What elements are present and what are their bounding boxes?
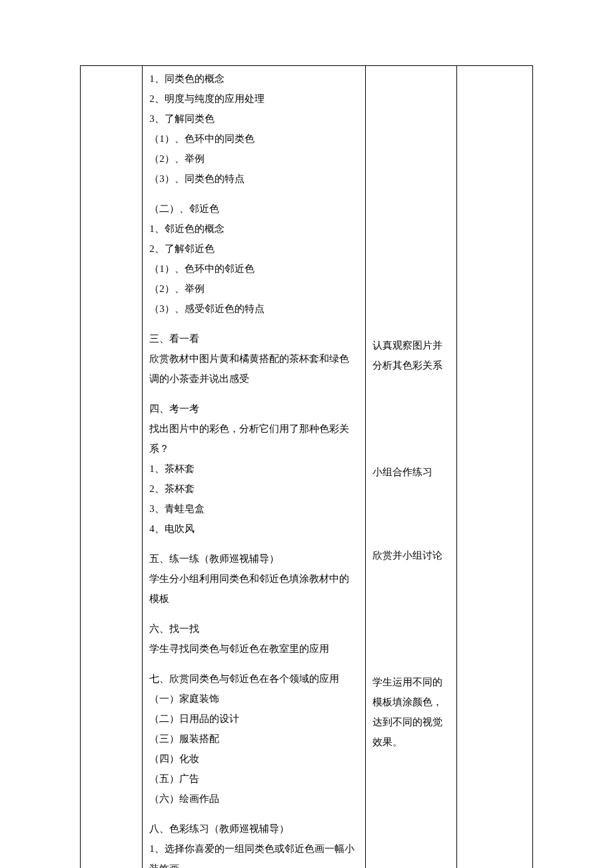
section-7-item: （一）家庭装饰 [149, 689, 358, 709]
section-1-item: 2、明度与纯度的应用处理 [149, 89, 358, 109]
section-5-heading: 五、练一练（教师巡视辅导） [149, 549, 358, 569]
section-1-item: 3、了解同类色 [149, 109, 358, 129]
section-4-heading: 四、考一考 [149, 399, 358, 419]
annotation-discuss: 欣赏并小组讨论 [372, 545, 450, 565]
col-2-content: 1、同类色的概念 2、明度与纯度的应用处理 3、了解同类色 （1）、色环中的同类… [143, 66, 365, 869]
section-4-body: 找出图片中的彩色，分析它们用了那种色彩关系？ [149, 419, 358, 459]
section-7-item: （二）日用品的设计 [149, 709, 358, 729]
section-7-item: （五）广告 [149, 769, 358, 789]
annotation-group-practice: 小组合作练习 [372, 462, 450, 482]
section-2-item: （2）、举例 [149, 279, 358, 299]
section-4-item: 4、电吹风 [149, 519, 358, 539]
section-2-item: 1、邻近色的概念 [149, 219, 358, 239]
section-1-item: （3）、同类色的特点 [149, 169, 358, 189]
section-2-item: 2、了解邻近色 [149, 239, 358, 259]
section-4-item: 2、茶杯套 [149, 479, 358, 499]
section-8-heading: 八、色彩练习（教师巡视辅导） [149, 819, 358, 839]
section-2-item: （二）、邻近色 [149, 199, 358, 219]
section-6-body: 学生寻找同类色与邻近色在教室里的应用 [149, 639, 358, 659]
section-2-item: （1）、色环中的邻近色 [149, 259, 358, 279]
col-4-cell [457, 66, 533, 869]
annotation-observe: 认真观察图片并分析其色彩关系 [372, 335, 450, 375]
section-2-item: （3）、感受邻近色的特点 [149, 299, 358, 319]
col-1-cell [81, 66, 143, 869]
section-7-item: （三）服装搭配 [149, 729, 358, 749]
annotation-template-fill: 学生运用不同的模板填涂颜色，达到不同的视觉效果。 [372, 672, 450, 752]
section-1-item: （1）、色环中的同类色 [149, 129, 358, 149]
section-1-item: 1、同类色的概念 [149, 69, 358, 89]
section-4-item: 1、茶杯套 [149, 459, 358, 479]
col-3-annotations: 认真观察图片并分析其色彩关系 小组合作练习 欣赏并小组讨论 学生运用不同的模板填… [365, 66, 457, 869]
section-1-item: （2）、举例 [149, 149, 358, 169]
section-4-item: 3、青蛙皂盒 [149, 499, 358, 519]
section-7-item: （六）绘画作品 [149, 789, 358, 809]
section-7-item: （四）化妆 [149, 749, 358, 769]
section-7-heading: 七、欣赏同类色与邻近色在各个领域的应用 [149, 669, 358, 689]
section-6-heading: 六、找一找 [149, 619, 358, 639]
section-3-body: 欣赏教材中图片黄和橘黄搭配的茶杯套和绿色调的小茶壶并说出感受 [149, 349, 358, 389]
section-5-body: 学生分小组利用同类色和邻近色填涂教材中的模板 [149, 569, 358, 609]
section-8-item: 1、选择你喜爱的一组同类色或邻近色画一幅小装饰画。 [149, 839, 358, 868]
section-3-heading: 三、看一看 [149, 329, 358, 349]
lesson-plan-table: 1、同类色的概念 2、明度与纯度的应用处理 3、了解同类色 （1）、色环中的同类… [80, 65, 533, 868]
